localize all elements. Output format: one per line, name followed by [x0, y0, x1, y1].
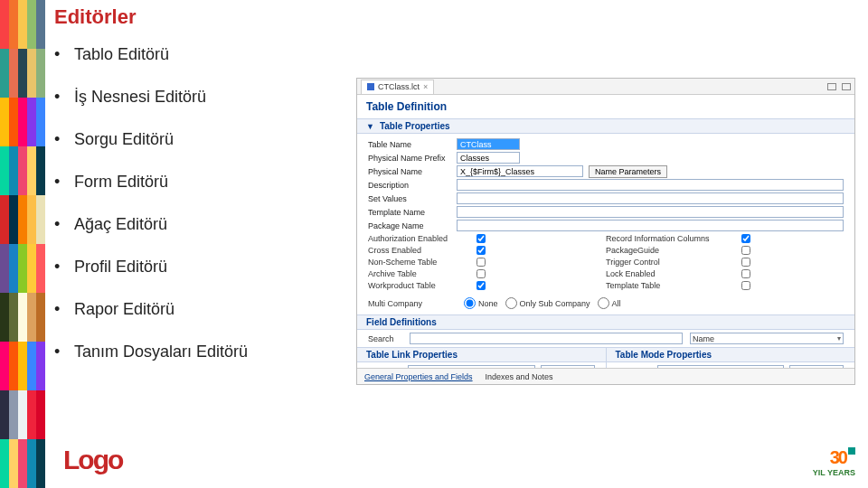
- table-properties-form: Table Name Physical Name Prefix Physical…: [357, 134, 854, 295]
- section-table-link-properties[interactable]: Table Link Properties: [357, 348, 606, 362]
- radio-none[interactable]: None: [464, 297, 498, 309]
- physical-name-input[interactable]: [457, 165, 583, 177]
- restore-icon[interactable]: [827, 83, 836, 90]
- bullet-item: Form Editörü: [74, 173, 353, 192]
- bottom-tab-indexes[interactable]: Indexes and Notes: [486, 372, 553, 381]
- field-definitions-search-row: Search Name▾: [357, 330, 854, 347]
- years-number: 30: [830, 447, 846, 467]
- physical-name-prefix-input[interactable]: [457, 152, 520, 164]
- slide-title: Editörler: [54, 5, 353, 29]
- editor-header: Table Definition: [357, 95, 854, 118]
- bullet-item: İş Nesnesi Editörü: [74, 88, 353, 107]
- template-name-input[interactable]: [457, 206, 844, 218]
- label-description: Description: [368, 181, 457, 190]
- radio-all[interactable]: All: [598, 297, 621, 309]
- description-input[interactable]: [457, 179, 844, 191]
- label-archive: Archive Table: [368, 269, 476, 278]
- record-info-columns-checkbox[interactable]: [741, 234, 750, 243]
- label-multi-company: Multi Company: [368, 299, 457, 308]
- label-physical-name-prefix: Physical Name Prefix: [368, 154, 457, 163]
- table-editor-window: CTClass.lct × Table Definition ▼ Table P…: [356, 78, 855, 385]
- template-table-checkbox[interactable]: [741, 281, 750, 290]
- authorization-enabled-checkbox[interactable]: [476, 234, 486, 243]
- bullet-item: Ağaç Editörü: [74, 215, 353, 234]
- label-auth-enabled: Authorization Enabled: [368, 234, 476, 243]
- file-icon: [367, 83, 374, 90]
- anniversary-badge: 30 YIL YEARS: [813, 447, 855, 477]
- table-name-input[interactable]: [457, 138, 520, 150]
- workproduct-table-checkbox[interactable]: [476, 281, 486, 290]
- bullet-item: Sorgu Editörü: [74, 130, 353, 149]
- bottom-tab-general[interactable]: General Properties and Fields: [364, 372, 473, 381]
- name-parameters-button[interactable]: Name Parameters: [589, 165, 667, 178]
- section-field-definitions[interactable]: Field Definitions: [357, 314, 854, 330]
- bullet-list: Tablo Editörü İş Nesnesi Editörü Sorgu E…: [54, 45, 353, 361]
- label-workproduct: Workproduct Table: [368, 281, 476, 290]
- label-lock-enabled: Lock Enabled: [606, 269, 741, 278]
- bullet-item: Profil Editörü: [74, 258, 353, 277]
- bullet-item: Tanım Dosyaları Editörü: [74, 343, 353, 361]
- close-icon[interactable]: ×: [423, 82, 428, 91]
- bullet-item: Rapor Editörü: [74, 300, 353, 319]
- label-package-name: Package Name: [368, 221, 457, 230]
- archive-table-checkbox[interactable]: [476, 269, 486, 278]
- label-search: Search: [368, 334, 402, 343]
- package-guide-checkbox[interactable]: [741, 246, 750, 255]
- chevron-down-icon: ▾: [837, 334, 841, 343]
- section-table-mode-properties[interactable]: Table Mode Properties: [607, 348, 855, 362]
- radio-only-sub[interactable]: Only Sub Company: [505, 297, 590, 309]
- tab-label: CTClass.lct: [378, 82, 420, 91]
- checkbox-columns: Authorization Enabled Cross Enabled Non-…: [368, 232, 844, 291]
- package-name-input[interactable]: [457, 220, 844, 231]
- trigger-control-checkbox[interactable]: [741, 258, 750, 267]
- field-def-name-dropdown[interactable]: Name▾: [690, 333, 844, 344]
- multi-company-row: Multi Company None Only Sub Company All: [357, 295, 854, 314]
- years-label: YIL YEARS: [813, 468, 855, 477]
- label-set-values: Set Values: [368, 194, 457, 203]
- decorative-stripe: [0, 0, 45, 488]
- square-icon: [848, 447, 855, 455]
- label-package-guide: PackageGuide: [606, 246, 741, 255]
- bullet-item: Tablo Editörü: [74, 45, 353, 64]
- maximize-icon[interactable]: [842, 83, 851, 90]
- lock-enabled-checkbox[interactable]: [741, 269, 750, 278]
- label-physical-name: Physical Name: [368, 167, 457, 176]
- cross-enabled-checkbox[interactable]: [476, 246, 486, 255]
- label-trigger-control: Trigger Control: [606, 258, 741, 267]
- twistie-down-icon: ▼: [366, 122, 374, 131]
- label-table-name: Table Name: [368, 140, 457, 149]
- field-def-search-input[interactable]: [410, 333, 683, 344]
- non-scheme-table-checkbox[interactable]: [476, 258, 486, 267]
- label-cross-enabled: Cross Enabled: [368, 246, 476, 255]
- label-record-info: Record Information Columns: [606, 234, 741, 243]
- label-non-scheme: Non-Scheme Table: [368, 258, 476, 267]
- section-table-properties[interactable]: ▼ Table Properties: [357, 118, 854, 134]
- editor-tabbar: CTClass.lct ×: [357, 79, 854, 95]
- editor-bottom-tabs: General Properties and Fields Indexes an…: [357, 368, 854, 384]
- label-template-table: Template Table: [606, 281, 741, 290]
- slide-content: Editörler Tablo Editörü İş Nesnesi Editö…: [54, 5, 353, 385]
- set-values-input[interactable]: [457, 192, 844, 204]
- brand-logo: Logo: [63, 445, 122, 475]
- editor-tab[interactable]: CTClass.lct ×: [361, 80, 434, 94]
- label-template-name: Template Name: [368, 208, 457, 217]
